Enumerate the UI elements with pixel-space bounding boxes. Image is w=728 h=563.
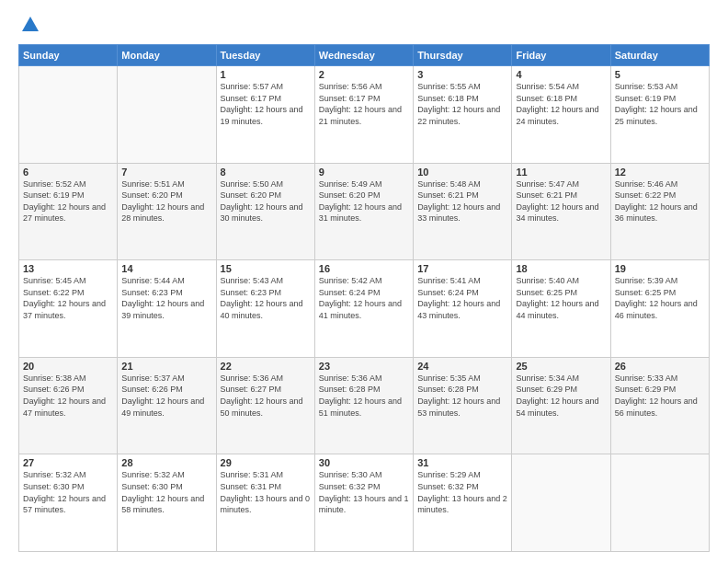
day-number: 17: [417, 263, 507, 274]
day-info: Sunrise: 5:33 AM Sunset: 6:29 PM Dayligh…: [615, 373, 705, 419]
svg-marker-0: [22, 17, 39, 31]
day-number: 9: [319, 167, 409, 178]
day-number: 5: [615, 69, 705, 80]
calendar-cell: 28Sunrise: 5:32 AM Sunset: 6:30 PM Dayli…: [118, 454, 216, 552]
day-info: Sunrise: 5:45 AM Sunset: 6:22 PM Dayligh…: [23, 275, 113, 321]
calendar-cell: [118, 66, 216, 164]
day-info: Sunrise: 5:35 AM Sunset: 6:28 PM Dayligh…: [417, 373, 507, 419]
calendar-cell: 16Sunrise: 5:42 AM Sunset: 6:24 PM Dayli…: [314, 260, 413, 358]
calendar-cell: 21Sunrise: 5:37 AM Sunset: 6:26 PM Dayli…: [118, 357, 216, 454]
day-info: Sunrise: 5:50 AM Sunset: 6:20 PM Dayligh…: [221, 178, 311, 224]
calendar-cell: 15Sunrise: 5:43 AM Sunset: 6:23 PM Dayli…: [216, 260, 314, 358]
day-info: Sunrise: 5:39 AM Sunset: 6:25 PM Dayligh…: [615, 275, 705, 321]
calendar-week-row: 1Sunrise: 5:57 AM Sunset: 6:17 PM Daylig…: [19, 66, 710, 164]
calendar-cell: [610, 454, 709, 552]
calendar-cell: 23Sunrise: 5:36 AM Sunset: 6:28 PM Dayli…: [314, 357, 413, 454]
calendar-cell: 19Sunrise: 5:39 AM Sunset: 6:25 PM Dayli…: [610, 260, 709, 358]
day-info: Sunrise: 5:36 AM Sunset: 6:27 PM Dayligh…: [221, 373, 311, 419]
calendar-cell: 8Sunrise: 5:50 AM Sunset: 6:20 PM Daylig…: [216, 163, 314, 260]
calendar-cell: 7Sunrise: 5:51 AM Sunset: 6:20 PM Daylig…: [118, 163, 216, 260]
calendar-week-row: 20Sunrise: 5:38 AM Sunset: 6:26 PM Dayli…: [19, 357, 710, 454]
day-number: 19: [615, 263, 705, 274]
day-info: Sunrise: 5:57 AM Sunset: 6:17 PM Dayligh…: [221, 81, 311, 127]
day-info: Sunrise: 5:49 AM Sunset: 6:20 PM Dayligh…: [319, 178, 409, 224]
day-info: Sunrise: 5:48 AM Sunset: 6:21 PM Dayligh…: [417, 178, 507, 224]
day-number: 6: [23, 167, 113, 178]
calendar-header-tuesday: Tuesday: [216, 45, 314, 66]
day-number: 23: [319, 361, 409, 372]
day-number: 26: [615, 361, 705, 372]
day-info: Sunrise: 5:52 AM Sunset: 6:19 PM Dayligh…: [23, 178, 113, 224]
day-number: 16: [319, 263, 409, 274]
day-number: 2: [319, 69, 409, 80]
calendar-cell: 30Sunrise: 5:30 AM Sunset: 6:32 PM Dayli…: [314, 454, 413, 552]
day-number: 27: [23, 457, 113, 468]
calendar-cell: 27Sunrise: 5:32 AM Sunset: 6:30 PM Dayli…: [19, 454, 118, 552]
calendar-cell: 14Sunrise: 5:44 AM Sunset: 6:23 PM Dayli…: [118, 260, 216, 358]
day-info: Sunrise: 5:36 AM Sunset: 6:28 PM Dayligh…: [319, 373, 409, 419]
day-info: Sunrise: 5:56 AM Sunset: 6:17 PM Dayligh…: [319, 81, 409, 127]
day-info: Sunrise: 5:46 AM Sunset: 6:22 PM Dayligh…: [615, 178, 705, 224]
day-number: 31: [417, 457, 507, 468]
day-info: Sunrise: 5:40 AM Sunset: 6:25 PM Dayligh…: [516, 275, 606, 321]
calendar-cell: 13Sunrise: 5:45 AM Sunset: 6:22 PM Dayli…: [19, 260, 118, 358]
calendar-cell: 31Sunrise: 5:29 AM Sunset: 6:32 PM Dayli…: [414, 454, 512, 552]
day-number: 30: [319, 457, 409, 468]
calendar-cell: 18Sunrise: 5:40 AM Sunset: 6:25 PM Dayli…: [512, 260, 610, 358]
day-info: Sunrise: 5:44 AM Sunset: 6:23 PM Dayligh…: [121, 275, 211, 321]
calendar-cell: 3Sunrise: 5:55 AM Sunset: 6:18 PM Daylig…: [414, 66, 512, 164]
day-number: 1: [221, 69, 311, 80]
day-number: 15: [221, 263, 311, 274]
day-info: Sunrise: 5:55 AM Sunset: 6:18 PM Dayligh…: [417, 81, 507, 127]
day-number: 20: [23, 361, 113, 372]
calendar-cell: 5Sunrise: 5:53 AM Sunset: 6:19 PM Daylig…: [610, 66, 709, 164]
day-info: Sunrise: 5:30 AM Sunset: 6:32 PM Dayligh…: [319, 469, 409, 515]
calendar-cell: 22Sunrise: 5:36 AM Sunset: 6:27 PM Dayli…: [216, 357, 314, 454]
calendar-week-row: 6Sunrise: 5:52 AM Sunset: 6:19 PM Daylig…: [19, 163, 710, 260]
day-number: 4: [516, 69, 606, 80]
day-info: Sunrise: 5:38 AM Sunset: 6:26 PM Dayligh…: [23, 373, 113, 419]
logo: [18, 15, 40, 35]
day-number: 21: [121, 361, 211, 372]
day-number: 13: [23, 263, 113, 274]
day-number: 22: [221, 361, 311, 372]
calendar-cell: 1Sunrise: 5:57 AM Sunset: 6:17 PM Daylig…: [216, 66, 314, 164]
calendar-header-row: SundayMondayTuesdayWednesdayThursdayFrid…: [19, 45, 710, 66]
calendar-header-wednesday: Wednesday: [314, 45, 413, 66]
day-number: 25: [516, 361, 606, 372]
calendar-header-monday: Monday: [118, 45, 216, 66]
day-info: Sunrise: 5:42 AM Sunset: 6:24 PM Dayligh…: [319, 275, 409, 321]
calendar-cell: 9Sunrise: 5:49 AM Sunset: 6:20 PM Daylig…: [314, 163, 413, 260]
calendar-cell: [512, 454, 610, 552]
day-info: Sunrise: 5:43 AM Sunset: 6:23 PM Dayligh…: [221, 275, 311, 321]
calendar-cell: 25Sunrise: 5:34 AM Sunset: 6:29 PM Dayli…: [512, 357, 610, 454]
day-info: Sunrise: 5:34 AM Sunset: 6:29 PM Dayligh…: [516, 373, 606, 419]
calendar-cell: 10Sunrise: 5:48 AM Sunset: 6:21 PM Dayli…: [414, 163, 512, 260]
day-info: Sunrise: 5:54 AM Sunset: 6:18 PM Dayligh…: [516, 81, 606, 127]
calendar-week-row: 13Sunrise: 5:45 AM Sunset: 6:22 PM Dayli…: [19, 260, 710, 358]
day-number: 14: [121, 263, 211, 274]
day-number: 10: [417, 167, 507, 178]
calendar-cell: 2Sunrise: 5:56 AM Sunset: 6:17 PM Daylig…: [314, 66, 413, 164]
calendar-cell: 12Sunrise: 5:46 AM Sunset: 6:22 PM Dayli…: [610, 163, 709, 260]
day-number: 11: [516, 167, 606, 178]
day-info: Sunrise: 5:32 AM Sunset: 6:30 PM Dayligh…: [23, 469, 113, 515]
day-info: Sunrise: 5:37 AM Sunset: 6:26 PM Dayligh…: [121, 373, 211, 419]
day-info: Sunrise: 5:51 AM Sunset: 6:20 PM Dayligh…: [121, 178, 211, 224]
day-number: 28: [121, 457, 211, 468]
calendar-cell: 6Sunrise: 5:52 AM Sunset: 6:19 PM Daylig…: [19, 163, 118, 260]
header: [18, 15, 710, 35]
calendar-cell: 20Sunrise: 5:38 AM Sunset: 6:26 PM Dayli…: [19, 357, 118, 454]
calendar-header-friday: Friday: [512, 45, 610, 66]
calendar-header-saturday: Saturday: [610, 45, 709, 66]
day-number: 7: [121, 167, 211, 178]
day-number: 12: [615, 167, 705, 178]
calendar-cell: 17Sunrise: 5:41 AM Sunset: 6:24 PM Dayli…: [414, 260, 512, 358]
calendar-header-sunday: Sunday: [19, 45, 118, 66]
day-info: Sunrise: 5:29 AM Sunset: 6:32 PM Dayligh…: [417, 469, 507, 515]
day-number: 18: [516, 263, 606, 274]
day-info: Sunrise: 5:31 AM Sunset: 6:31 PM Dayligh…: [221, 469, 311, 515]
calendar-cell: 29Sunrise: 5:31 AM Sunset: 6:31 PM Dayli…: [216, 454, 314, 552]
day-info: Sunrise: 5:47 AM Sunset: 6:21 PM Dayligh…: [516, 178, 606, 224]
calendar-cell: 26Sunrise: 5:33 AM Sunset: 6:29 PM Dayli…: [610, 357, 709, 454]
